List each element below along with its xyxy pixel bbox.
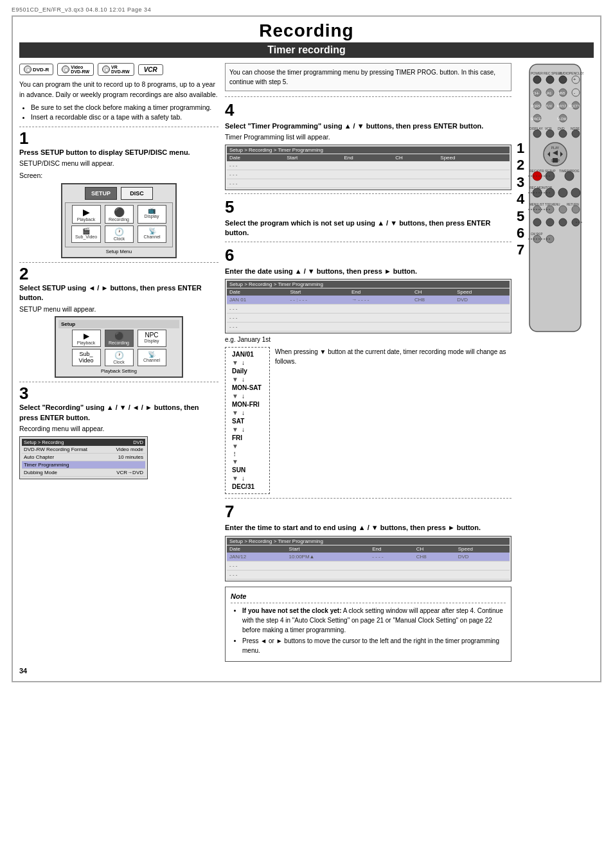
date-arr8: ▼ [232, 457, 238, 466]
step1-divider [19, 127, 218, 127]
svg-point-55 [558, 188, 567, 197]
svg-text:RQCTY: RQCTY [569, 104, 581, 108]
step7-number: 7 [225, 502, 511, 522]
rec-row-1: DVD-RW Recording FormatVideo mode [22, 446, 145, 454]
svg-point-62 [559, 206, 567, 213]
date-jan01: JAN/01 [232, 350, 254, 359]
date-arr6: ▼ [232, 442, 238, 450]
step3-number: 3 [19, 385, 218, 402]
step4-body: Timer Programming list will appear. [225, 132, 511, 142]
step3-divider [19, 382, 218, 382]
date-monfri: MON-FRI [232, 400, 260, 409]
step1-title: Press SETUP button to display SETUP/DISC… [19, 148, 218, 157]
step1-body: SETUP/DISC menu will appear. [19, 159, 218, 168]
dvdr-logo: DVD-R [19, 64, 53, 75]
date-note: When pressing ▼ button at the current da… [275, 347, 511, 366]
side-step-6: 6 [517, 225, 524, 242]
svg-point-16 [572, 89, 580, 96]
date-arr1: ▼↓ [232, 359, 245, 367]
date-monsat: MON-SAT [232, 384, 262, 392]
step5-number: 5 [225, 197, 511, 217]
s2-playback: ▶ Playback [72, 330, 101, 347]
svg-text:PQRS: PQRS [531, 104, 541, 108]
section-title: Timer recording [19, 42, 594, 58]
svg-point-37 [572, 130, 580, 137]
note-bullet-2: Press ◄ or ► buttons to move the cursor … [242, 636, 506, 655]
date-arr5: ▼↓ [232, 425, 245, 434]
svg-point-67 [546, 218, 554, 226]
vcr-logo: VCR [138, 64, 163, 75]
date-dec31: DEC/31 [232, 483, 254, 491]
svg-text:PLAY: PLAY [551, 146, 560, 150]
step3-screen: Setup > Recording DVD DVD-RW Recording F… [19, 436, 148, 479]
svg-text:CH-: CH- [533, 91, 540, 95]
meta-line: E9501CD_EN/FR_v3.qx3 04.8.10 12:01 Page … [12, 6, 601, 13]
clock-item: 🕐 Clock [105, 226, 134, 243]
date-fri: FRI [232, 434, 242, 442]
step7-title: Enter the time to start and to end using… [225, 523, 511, 533]
step1-number: 1 [19, 130, 218, 146]
svg-point-35 [559, 130, 567, 137]
svg-text:+: + [573, 76, 576, 82]
note-bullets: If you have not set the clock yet: A clo… [236, 606, 506, 655]
svg-point-50 [565, 172, 574, 181]
step7: 7 Enter the time to start and to end usi… [225, 502, 511, 581]
date-sat: SAT [232, 417, 244, 425]
step6-eg: e.g. January 1st [225, 336, 511, 343]
s2-channel: 📡 Channel [138, 349, 166, 366]
svg-point-33 [546, 130, 554, 137]
svg-text:AUDIO: AUDIO [559, 71, 569, 75]
date-sun: SUN [232, 466, 245, 474]
setup-menu-label: Setup Menu [65, 249, 173, 254]
svg-point-2 [533, 76, 541, 84]
recording-item: ⚫ Recording [105, 205, 134, 224]
s2-clock: 🕐 Clock [105, 349, 134, 366]
playback-item: ▶ Playback [72, 205, 101, 224]
date-diagram: JAN/01 ▼↓ Daily ▼↓ MON-SAT ▼↓ MON-FRI ▼↓… [225, 347, 511, 494]
step6-table-header: Setup > Recording > Timer Programming [227, 281, 510, 288]
step4-title: Select "Timer Programming" using ▲ / ▼ b… [225, 121, 511, 131]
display-item: 📺 Display [138, 205, 166, 224]
step4-number: 4 [225, 100, 511, 120]
intro-paragraph: You can program the unit to record up to… [19, 80, 218, 100]
date-arr9: ▼↓ [232, 474, 245, 483]
s2-recording: ⚫ Recording [105, 330, 134, 347]
step7-divider [225, 498, 511, 499]
side-step-7: 7 [517, 242, 524, 258]
bullet-2: Insert a recordable disc or a tape with … [31, 112, 218, 123]
step6-table: Setup > Recording > Timer Programming Da… [225, 279, 511, 333]
date-arr2: ▼↓ [232, 375, 245, 384]
dvdrw-vr-logo: VRDVD-RW [98, 63, 134, 76]
step2-divider [19, 262, 218, 263]
svg-text:WXYZ: WXYZ [557, 104, 566, 108]
step1: 1 Press SETUP button to display SETUP/DI… [19, 130, 218, 258]
step4-divider [225, 96, 511, 97]
date-sequence: JAN/01 ▼↓ Daily ▼↓ MON-SAT ▼↓ MON-FRI ▼↓… [225, 347, 270, 494]
setup-box: SETUP [85, 187, 117, 200]
step4: 4 Select "Timer Programming" using ▲ / ▼… [225, 100, 511, 190]
date-daily: Daily [232, 367, 247, 375]
note-box: Note If you have not set the clock yet: … [225, 587, 511, 662]
svg-point-31 [533, 130, 541, 137]
svg-text:MN5: MN5 [558, 91, 565, 95]
disc-box: DISC [121, 187, 153, 200]
step2-title: Select SETUP using ◄ / ► buttons, then p… [19, 283, 218, 303]
svg-point-56 [571, 188, 580, 197]
bullet-1: Be sure to set the clock before making a… [31, 103, 218, 113]
side-step-5: 5 [517, 208, 524, 225]
side-step-3: 3 [517, 174, 524, 191]
step6-divider [225, 242, 511, 242]
remote-area: 1 2 3 4 5 6 7 [517, 63, 594, 662]
note-title: Note [231, 591, 506, 604]
svg-point-4 [546, 76, 554, 84]
step5: 5 Select the program which is not set up… [225, 197, 511, 238]
note-bullet-1: If you have not set the clock yet: A clo… [242, 606, 506, 635]
svg-text:SPACE: SPACE [531, 117, 542, 121]
step2-body: SETUP menu will appear. [19, 305, 218, 314]
step3-body: Recording menu will appear. [19, 424, 218, 434]
step7-table: Setup > Recording > Timer Programming Da… [225, 536, 511, 581]
svg-text:JA1: JA1 [546, 91, 552, 95]
step1-screen: SETUP DISC ▶ Playback ⚫ [61, 183, 177, 258]
side-step-1: 1 [517, 140, 524, 157]
step4-table: Setup > Recording > Timer Programming Da… [225, 145, 511, 190]
